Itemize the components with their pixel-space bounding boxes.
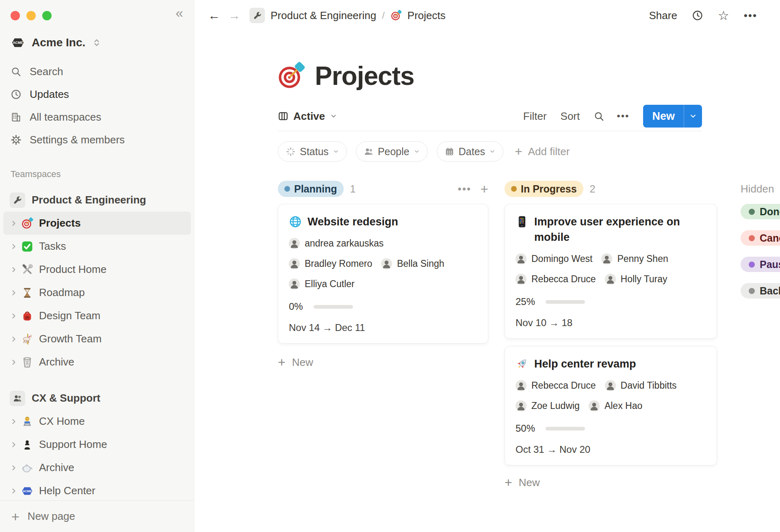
sidebar-item-archive[interactable]: Archive [0, 350, 194, 374]
avatar [605, 274, 616, 285]
sidebar-item-archive-cx[interactable]: Archive [0, 456, 194, 479]
sidebar-item-projects[interactable]: Projects [3, 212, 191, 235]
person[interactable]: Holly Turay [605, 274, 667, 285]
chevron-right-icon[interactable] [10, 266, 18, 274]
sidebar-item-label: All teamspaces [30, 111, 101, 123]
chevron-right-icon[interactable] [10, 441, 18, 449]
project-card-website-redesign[interactable]: Website redesign andrea zarkauskas [278, 204, 488, 344]
sort-button[interactable]: Sort [561, 110, 580, 123]
board-view-icon [278, 111, 288, 121]
topbar: ← → Product & Engineering / Projects Sha… [194, 0, 780, 31]
chevron-right-icon[interactable] [10, 417, 18, 426]
person[interactable]: Domingo West [516, 253, 592, 264]
avatar [381, 258, 392, 269]
person[interactable]: Zoe Ludwig [516, 400, 580, 411]
chevron-right-icon[interactable] [10, 219, 18, 227]
person[interactable]: Bella Singh [381, 258, 444, 269]
board-column-in-progress: In Progress 2 Improve user experience on… [505, 180, 717, 490]
back-button[interactable]: ← [208, 9, 220, 22]
sidebar-item-label: CX Home [39, 415, 85, 428]
tab-active-view[interactable]: Active [278, 110, 337, 123]
close-window-button[interactable] [11, 11, 20, 20]
breadcrumb-teamspace[interactable]: Product & Engineering [271, 9, 376, 22]
status-badge-in-progress[interactable]: In Progress [505, 181, 583, 197]
sidebar-item-cx-home[interactable]: CX Home [0, 410, 194, 433]
new-button-dropdown[interactable] [684, 105, 702, 128]
progress-percent: 25% [516, 296, 535, 307]
mobile-phone-icon [516, 215, 529, 228]
person[interactable]: andrea zarkauskas [289, 238, 384, 249]
new-card-label: New [519, 476, 540, 489]
project-card-improve-ux-mobile[interactable]: Improve user experience on mobile Doming… [505, 204, 717, 339]
filter-chip-people[interactable]: People [356, 141, 428, 162]
add-filter-label: Add filter [528, 145, 570, 158]
chevron-right-icon[interactable] [10, 312, 18, 320]
add-filter-button[interactable]: + Add filter [515, 145, 570, 158]
sidebar-item-help-center[interactable]: Help Center [0, 479, 194, 502]
new-button-main[interactable]: New [643, 105, 684, 128]
sidebar-item-growth-team[interactable]: Growth Team [0, 327, 194, 350]
new-page-button[interactable]: + New page [0, 500, 194, 532]
chevron-right-icon[interactable] [10, 242, 18, 251]
hidden-groups-label: Hidden [741, 180, 780, 197]
breadcrumb-teamspace-icon-box[interactable] [249, 8, 265, 23]
sidebar-item-design-team[interactable]: Design Team [0, 304, 194, 327]
sidebar-item-all-teamspaces[interactable]: All teamspaces [0, 106, 194, 128]
search-in-view-button[interactable] [594, 111, 604, 122]
avatar [516, 400, 526, 411]
updates-clock-button[interactable] [692, 10, 703, 21]
sidebar-teamspace-product-engineering[interactable]: Product & Engineering [0, 188, 194, 212]
view-options-button[interactable]: ••• [617, 110, 629, 122]
chevron-right-icon[interactable] [10, 487, 18, 495]
sidebar-item-roadmap[interactable]: Roadmap [0, 281, 194, 304]
status-badge-canceled[interactable]: Canceled [741, 230, 780, 246]
avatar [289, 238, 300, 249]
status-badge-done[interactable]: Done [741, 204, 780, 219]
sidebar-item-label: Growth Team [39, 333, 102, 345]
sidebar-item-search[interactable]: Search [0, 60, 194, 83]
collapse-sidebar-icon[interactable]: « [176, 6, 183, 19]
more-options-button[interactable]: ••• [744, 9, 757, 22]
workspace-switcher[interactable]: Acme Inc. [10, 36, 102, 50]
chevron-down-icon [414, 148, 420, 155]
sidebar-item-product-home[interactable]: Product Home [0, 258, 194, 281]
sidebar-item-settings-members[interactable]: Settings & members [0, 128, 194, 151]
minimize-window-button[interactable] [26, 11, 36, 20]
status-badge-paused[interactable]: Paused [741, 257, 780, 272]
building-icon [11, 112, 22, 123]
favorite-star-button[interactable]: ☆ [718, 9, 729, 22]
person[interactable]: David Tibbitts [605, 380, 677, 391]
status-badge-planning[interactable]: Planning [278, 181, 344, 197]
person[interactable]: Bradley Romero [289, 258, 372, 269]
column-new-card-button[interactable]: + New [278, 355, 488, 370]
filter-chip-dates[interactable]: Dates [437, 141, 503, 162]
chevron-right-icon[interactable] [10, 464, 18, 472]
person[interactable]: Rebecca Druce [516, 380, 596, 391]
zoom-window-button[interactable] [42, 11, 52, 20]
sidebar-item-tasks[interactable]: Tasks [0, 235, 194, 258]
wastebasket-icon [21, 356, 33, 368]
column-new-card-button[interactable]: + New [505, 475, 717, 490]
filter-chip-status[interactable]: Status [278, 141, 347, 162]
chevron-right-icon[interactable] [10, 335, 18, 343]
chevron-right-icon[interactable] [10, 289, 18, 297]
person[interactable]: Rebecca Druce [516, 274, 596, 285]
card-dates: Nov 10 → 18 [516, 317, 706, 329]
column-add-card-button[interactable]: + [480, 182, 488, 196]
project-card-help-center-revamp[interactable]: Help center revamp Rebecca Druce D [505, 346, 717, 465]
breadcrumb-page[interactable]: Projects [407, 9, 446, 22]
sidebar-teamspace-cx-support[interactable]: CX & Support [0, 387, 194, 410]
sidebar-item-updates[interactable]: Updates [0, 83, 194, 106]
person[interactable]: Alex Hao [589, 400, 642, 411]
forward-button[interactable]: → [228, 9, 240, 22]
person[interactable]: Penny Shen [601, 253, 668, 264]
person[interactable]: Elliya Cutler [289, 279, 355, 290]
person-name: Bradley Romero [305, 258, 372, 269]
status-badge-backlog[interactable]: Backlog [741, 283, 780, 298]
sidebar-item-support-home[interactable]: Support Home [0, 433, 194, 456]
technologist-icon [21, 415, 33, 428]
chevron-right-icon[interactable] [10, 358, 18, 366]
column-options-button[interactable]: ••• [458, 183, 471, 195]
filter-button[interactable]: Filter [523, 110, 547, 123]
share-button[interactable]: Share [649, 9, 677, 22]
